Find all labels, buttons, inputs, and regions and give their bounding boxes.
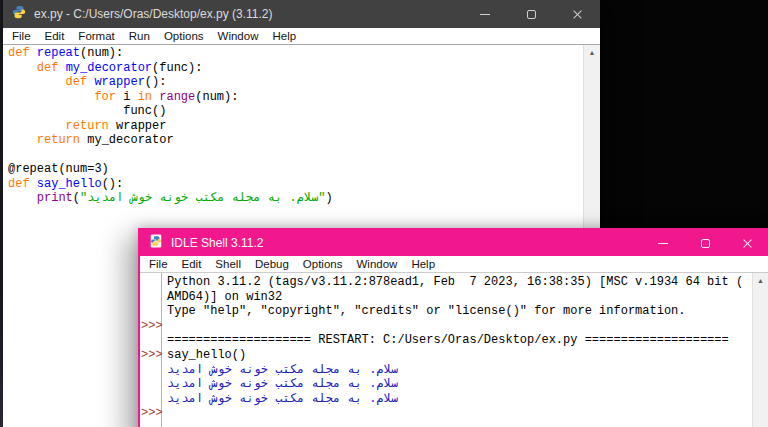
minimize-icon bbox=[480, 14, 490, 15]
menu-item-options[interactable]: Options bbox=[157, 30, 211, 42]
shell-prompt-empty bbox=[141, 290, 161, 305]
maximize-icon bbox=[527, 10, 536, 19]
editor-window-title: ex.py - C:/Users/Oras/Desktop/ex.py (3.1… bbox=[34, 7, 273, 21]
menu-item-edit[interactable]: Edit bbox=[38, 30, 72, 42]
shell-line bbox=[167, 406, 751, 421]
maximize-button[interactable] bbox=[508, 0, 554, 28]
code-line: print("سلام. به مجله مكتب خونه خوش امديد… bbox=[8, 191, 582, 206]
menu-item-window[interactable]: Window bbox=[349, 258, 404, 270]
shell-line: سلام. به مجله مكتب خونه خوش امديد bbox=[167, 377, 751, 392]
code-line bbox=[8, 148, 582, 163]
menu-item-run[interactable]: Run bbox=[122, 30, 157, 42]
python-icon bbox=[149, 234, 163, 252]
shell-text-area[interactable]: >>> >>> >>> Python 3.11.2 (tags/v3.11.2:… bbox=[140, 273, 768, 427]
maximize-button[interactable] bbox=[684, 230, 726, 256]
shell-line: سلام. به مجله مكتب خونه خوش امديد bbox=[167, 363, 751, 378]
menu-item-options[interactable]: Options bbox=[296, 258, 350, 270]
code-line: def my_decorator(func): bbox=[8, 61, 582, 76]
code-line: @repeat(num=3) bbox=[8, 162, 582, 177]
shell-line: Type "help", "copyright", "credits" or "… bbox=[167, 304, 751, 319]
menu-item-debug[interactable]: Debug bbox=[248, 258, 296, 270]
menu-item-help[interactable]: Help bbox=[265, 30, 303, 42]
close-button[interactable] bbox=[554, 0, 600, 28]
menu-item-file[interactable]: File bbox=[142, 258, 175, 270]
scroll-up-icon[interactable]: ▲ bbox=[584, 45, 600, 60]
menu-item-file[interactable]: File bbox=[5, 30, 38, 42]
close-button[interactable] bbox=[726, 230, 768, 256]
shell-prompt-empty bbox=[141, 392, 161, 407]
shell-prompt-empty bbox=[141, 363, 161, 378]
shell-line: سلام. به مجله مكتب خونه خوش امديد bbox=[167, 392, 751, 407]
code-line: def repeat(num): bbox=[8, 46, 582, 61]
minimize-icon bbox=[658, 243, 668, 244]
shell-window-title: IDLE Shell 3.11.2 bbox=[171, 236, 264, 250]
menu-item-shell[interactable]: Shell bbox=[208, 258, 248, 270]
code-editor-content[interactable]: def repeat(num): def my_decorator(func):… bbox=[8, 46, 582, 206]
close-icon bbox=[572, 9, 583, 20]
minimize-button[interactable] bbox=[462, 0, 508, 28]
shell-line: ==================== RESTART: C:/Users/O… bbox=[167, 333, 751, 348]
shell-prompt: >>> bbox=[141, 319, 161, 334]
shell-menubar: FileEditShellDebugOptionsWindowHelp bbox=[140, 256, 768, 273]
code-line: for i in range(num): bbox=[8, 90, 582, 105]
close-icon bbox=[742, 238, 753, 249]
shell-prompt-empty bbox=[141, 377, 161, 392]
menu-item-format[interactable]: Format bbox=[71, 30, 121, 42]
shell-line: AMD64)] on win32 bbox=[167, 290, 751, 305]
shell-scrollbar[interactable]: ▲ bbox=[752, 273, 768, 427]
menu-item-window[interactable]: Window bbox=[211, 30, 266, 42]
shell-content[interactable]: Python 3.11.2 (tags/v3.11.2:878ead1, Feb… bbox=[167, 275, 751, 421]
python-icon bbox=[12, 5, 26, 23]
code-line: func() bbox=[8, 104, 582, 119]
editor-menubar: FileEditFormatRunOptionsWindowHelp bbox=[3, 28, 600, 45]
shell-titlebar[interactable]: IDLE Shell 3.11.2 bbox=[140, 230, 768, 256]
editor-titlebar[interactable]: ex.py - C:/Users/Oras/Desktop/ex.py (3.1… bbox=[3, 0, 600, 28]
shell-line: Python 3.11.2 (tags/v3.11.2:878ead1, Feb… bbox=[167, 275, 751, 290]
shell-prompt-empty bbox=[141, 304, 161, 319]
shell-window: IDLE Shell 3.11.2 FileEditShellDebugOpti… bbox=[138, 228, 768, 427]
shell-prompt: >>> bbox=[141, 348, 161, 363]
code-line: return my_decorator bbox=[8, 133, 582, 148]
code-line: return wrapper bbox=[8, 119, 582, 134]
shell-line bbox=[167, 319, 751, 334]
code-line: def say_hello(): bbox=[8, 177, 582, 192]
shell-prompt: >>> bbox=[141, 406, 161, 421]
maximize-icon bbox=[701, 239, 710, 248]
shell-line: say_hello() bbox=[167, 348, 751, 363]
shell-prompt-empty bbox=[141, 275, 161, 290]
menu-item-edit[interactable]: Edit bbox=[175, 258, 209, 270]
shell-prompt-gutter: >>> >>> >>> bbox=[140, 273, 162, 427]
minimize-button[interactable] bbox=[642, 230, 684, 256]
menu-item-help[interactable]: Help bbox=[404, 258, 442, 270]
shell-prompt-empty bbox=[141, 333, 161, 348]
scroll-up-icon[interactable]: ▲ bbox=[753, 273, 768, 288]
code-line: def wrapper(): bbox=[8, 75, 582, 90]
